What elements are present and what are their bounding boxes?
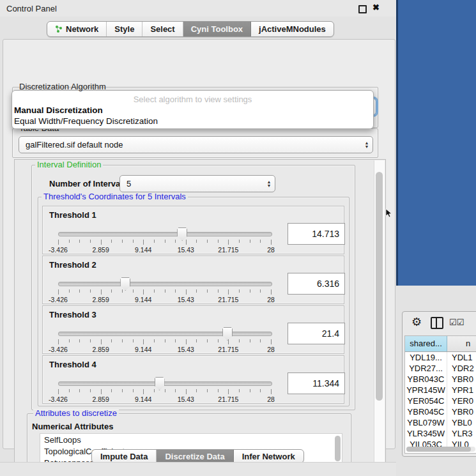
tab-label: Network [66, 24, 98, 34]
tab-discretize-data[interactable]: Discretize Data [157, 450, 233, 463]
column-header-name[interactable]: n [447, 336, 476, 351]
column-header-shared-name[interactable]: shared... [405, 336, 447, 351]
threshold-panel-3: Threshold 3-3.4262.8599.14415.4321.71528… [42, 305, 344, 354]
threshold-slider[interactable] [58, 332, 272, 336]
network-view-frame: GAL80GACGAL11GAL4GCY1HHAP2 [396, 0, 476, 291]
slider-tick-labels: -3.4262.8599.14415.4321.71528 [58, 296, 271, 303]
tab-label: Discretize Data [165, 452, 224, 461]
algorithm-option-manual[interactable]: Manual Discretization [14, 105, 368, 115]
control-panel-tab-bar: NetworkStyleSelectCyni ToolboxjActiveMNo… [47, 21, 334, 37]
threshold-panel-4: Threshold 4-3.4262.8599.14415.4321.71528… [42, 355, 344, 404]
table-row[interactable]: YBR043CYBR0 [405, 374, 476, 385]
table-row[interactable]: YBR045CYBR0 [405, 406, 476, 417]
slider-ticks [58, 289, 271, 295]
attributes-group-title: Attributes to discretize [33, 410, 119, 417]
table-cell: YBR045C [405, 406, 447, 417]
threshold-panel-2: Threshold 2-3.4262.8599.14415.4321.71528… [42, 256, 344, 304]
table-cell: YER0 [447, 395, 476, 406]
table-row[interactable]: YER054CYER0 [405, 395, 476, 406]
algorithm-popup-hint: Select algorithm to view settings [12, 95, 373, 104]
table-row[interactable]: YPR145WYPR1 [405, 385, 476, 395]
slider-tick-labels: -3.4262.8599.14415.4321.71528 [58, 346, 271, 353]
table-row[interactable]: YLR345WYLR3 [405, 428, 476, 439]
tab-infer-network[interactable]: Infer Network [234, 450, 303, 463]
threshold-label: Threshold 2 [49, 260, 96, 270]
tab-label: jActiveMNodules [259, 24, 326, 34]
slider-ticks [58, 240, 271, 245]
slider-handle[interactable] [120, 277, 130, 291]
network-icon [55, 25, 63, 33]
control-panel-titlebar: Control Panel ✖ [0, 0, 396, 17]
combo-arrows-icon: ▲▼ [263, 180, 275, 187]
threshold-value-field[interactable]: 21.4 [288, 323, 345, 344]
float-panel-icon[interactable] [358, 5, 367, 13]
table-cell: YLR345W [405, 428, 447, 439]
table-cell: YBL079W [405, 417, 447, 428]
threshold-value-field[interactable]: 6.316 [288, 273, 345, 295]
number-of-intervals-label: Number of Intervals [49, 179, 127, 188]
table-cell: YPR1 [447, 385, 476, 395]
attributes-scrollbar-thumb[interactable] [335, 436, 341, 461]
slider-tick-labels: -3.4262.8599.14415.4321.71528 [58, 395, 271, 403]
threshold-slider[interactable] [58, 232, 272, 236]
slider-tick-labels: -3.4262.8599.14415.4321.71528 [58, 246, 271, 254]
number-of-intervals-combobox[interactable]: 5 ▲▼ [119, 175, 275, 192]
table-cell: YDR2 [447, 363, 476, 374]
slider-handle[interactable] [155, 377, 165, 390]
slider-handle[interactable] [177, 227, 187, 241]
table-cell: YER054C [405, 395, 447, 406]
tab-impute-data[interactable]: Impute Data [92, 450, 157, 463]
cyni-mode-tab-bar: Impute DataDiscretize DataInfer Network [91, 449, 304, 463]
table-row[interactable]: YDR27...YDR2 [405, 363, 476, 374]
slider-handle[interactable] [222, 327, 233, 341]
tab-cyni-toolbox[interactable]: Cyni Toolbox [183, 22, 251, 36]
main-scrollbar[interactable] [374, 160, 385, 462]
slider-ticks [58, 389, 271, 394]
table-cell: YLR3 [447, 428, 476, 439]
threshold-label: Threshold 4 [49, 360, 96, 369]
table-cell: YBR0 [447, 374, 476, 385]
main-scrollbar-thumb[interactable] [376, 172, 383, 401]
split-columns-icon[interactable] [431, 317, 443, 329]
table-row[interactable]: YDL19...YDL1 [405, 352, 476, 363]
tab-label: Select [150, 24, 174, 34]
table-data-selected: galFiltered.sif default node [19, 140, 361, 150]
table-cell: YPR145W [405, 385, 447, 395]
number-of-intervals-value: 5 [120, 179, 263, 188]
tab-network[interactable]: Network [47, 22, 107, 36]
threshold-label: Threshold 3 [49, 310, 96, 319]
threshold-value-field[interactable]: 14.713 [288, 223, 345, 245]
tab-label: Infer Network [242, 452, 295, 461]
table-cell: YBL0 [447, 417, 476, 428]
table-horizontal-scrollbar-thumb[interactable] [406, 447, 471, 452]
table-header-row: shared... n [405, 336, 476, 352]
interval-definition-title: Interval Definition [35, 161, 103, 169]
select-columns-icon[interactable]: ☑☑ [449, 318, 464, 327]
table-panel-titlebar: Table Panel [396, 286, 476, 310]
threshold-slider[interactable] [58, 282, 272, 286]
tab-jactivemnodules[interactable]: jActiveMNodules [251, 22, 334, 36]
table-horizontal-scrollbar[interactable] [406, 447, 475, 452]
tab-style[interactable]: Style [107, 22, 142, 36]
tab-label: Cyni Toolbox [191, 24, 243, 34]
table-row[interactable]: YBL079WYBL0 [405, 417, 476, 428]
discretization-algorithm-group-title: Discretization Algorithm [17, 83, 108, 91]
algorithm-option-equal-width[interactable]: Equal Width/Frequency Discretization [14, 116, 368, 126]
tab-label: Impute Data [100, 452, 148, 461]
bottom-strip [0, 462, 396, 476]
threshold-slider[interactable] [58, 381, 272, 386]
control-panel-title: Control Panel [6, 4, 57, 13]
close-panel-icon[interactable]: ✖ [372, 3, 380, 12]
table-cell: YDL19... [405, 352, 447, 363]
tab-select[interactable]: Select [142, 22, 183, 36]
gear-icon[interactable]: ⚙ [411, 315, 422, 329]
algorithm-dropdown-popup: Select algorithm to view settings Manual… [12, 90, 374, 129]
app-root: Control Panel ✖ NetworkStyleSelectCyni T… [0, 0, 476, 476]
threshold-value-field[interactable]: 11.344 [288, 372, 345, 394]
node-table: shared... n YDL19...YDL1YDR27...YDR2YBR0… [404, 335, 476, 454]
attribute-item-selfloops[interactable]: SelfLoops [40, 434, 342, 445]
table-cell: YDR27... [405, 363, 447, 374]
table-cell: YBR043C [405, 374, 447, 385]
table-cell: YBR0 [447, 406, 476, 417]
table-data-combobox[interactable]: galFiltered.sif default node ▲▼ [19, 136, 373, 153]
